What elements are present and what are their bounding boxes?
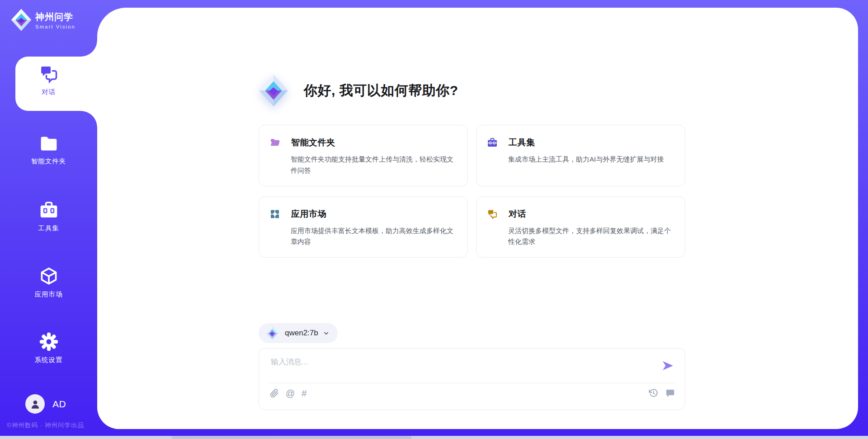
sidebar-item-smart-folder[interactable]: 智能文件夹 bbox=[0, 133, 97, 166]
active-tab-fillet-top bbox=[81, 40, 97, 57]
cube-icon bbox=[39, 266, 59, 286]
greeting-title: 你好, 我可以如何帮助你? bbox=[304, 81, 458, 100]
sidebar-item-label: 对话 bbox=[42, 88, 56, 96]
brand-name: 神州问学 bbox=[35, 11, 75, 23]
greeting: 你好, 我可以如何帮助你? bbox=[259, 74, 458, 107]
gear-icon bbox=[39, 332, 59, 352]
brand-diamond-icon bbox=[11, 8, 32, 32]
feature-cards: 智能文件夹 智能文件夹功能支持批量文件上传与清洗，轻松实现文件问答 工具集 集成… bbox=[259, 125, 685, 258]
card-description: 灵活切换多模型文件，支持多样回复效果调试，满足个性化需求 bbox=[508, 225, 674, 248]
toolbox-icon bbox=[39, 200, 59, 220]
user-profile[interactable]: AD bbox=[25, 394, 66, 414]
folder-icon bbox=[39, 133, 59, 153]
send-button[interactable] bbox=[661, 359, 674, 372]
card-title: 对话 bbox=[509, 208, 526, 220]
toolbox-icon bbox=[487, 137, 498, 148]
card-description: 应用市场提供丰富长文本模板，助力高效生成多样化文章内容 bbox=[291, 225, 457, 248]
card-toolset[interactable]: 工具集 集成市场上主流工具，助力AI与外界无缝扩展与对接 bbox=[476, 125, 685, 186]
card-title: 应用市场 bbox=[291, 208, 326, 220]
history-button[interactable] bbox=[649, 388, 658, 398]
card-smart-folder[interactable]: 智能文件夹 智能文件夹功能支持批量文件上传与清洗，轻松实现文件问答 bbox=[259, 125, 468, 186]
message-composer: @ # bbox=[259, 348, 685, 410]
open-folder-icon bbox=[269, 137, 280, 148]
hashtag-button[interactable]: # bbox=[302, 389, 307, 398]
card-title: 工具集 bbox=[509, 137, 535, 148]
message-input[interactable] bbox=[271, 357, 646, 378]
card-app-market[interactable]: 应用市场 应用市场提供丰富长文本模板，助力高效生成多样化文章内容 bbox=[259, 196, 468, 258]
history-icon bbox=[649, 388, 658, 398]
composer-divider bbox=[268, 383, 676, 383]
sidebar-item-chat[interactable]: 对话 bbox=[0, 64, 97, 96]
card-title: 智能文件夹 bbox=[291, 137, 335, 148]
mention-button[interactable]: @ bbox=[286, 389, 295, 398]
sidebar-item-app-market[interactable]: 应用市场 bbox=[0, 266, 97, 299]
model-diamond-icon bbox=[266, 326, 278, 340]
card-description: 集成市场上主流工具，助力AI与外界无缝扩展与对接 bbox=[508, 154, 674, 165]
chat-bubbles-icon bbox=[487, 209, 498, 220]
sidebar-item-label: 工具集 bbox=[38, 224, 59, 233]
chat-bubbles-icon bbox=[39, 64, 59, 84]
send-icon bbox=[661, 359, 674, 372]
attachment-icon bbox=[270, 388, 279, 398]
card-chat[interactable]: 对话 灵活切换多模型文件，支持多样回复效果调试，满足个性化需求 bbox=[476, 196, 685, 258]
conversation-button[interactable] bbox=[665, 388, 675, 398]
user-name: AD bbox=[52, 399, 66, 410]
attachment-button[interactable] bbox=[270, 388, 279, 398]
brand-subtitle: Smart Vision bbox=[35, 24, 75, 29]
brand-diamond-icon bbox=[259, 74, 288, 107]
copyright: ©神州数码 · 神州问学出品 bbox=[7, 421, 84, 429]
sidebar-item-settings[interactable]: 系统设置 bbox=[0, 332, 97, 364]
sidebar-item-label: 智能文件夹 bbox=[31, 157, 66, 166]
person-icon bbox=[29, 398, 41, 410]
model-name: qwen2:7b bbox=[285, 329, 318, 338]
model-selector[interactable]: qwen2:7b bbox=[259, 323, 338, 343]
mention-icon: @ bbox=[286, 389, 295, 398]
sidebar-item-label: 应用市场 bbox=[35, 290, 63, 299]
sidebar: 神州问学 Smart Vision 对话 智能文件夹 工具集 bbox=[0, 0, 97, 439]
horizontal-scrollbar[interactable] bbox=[0, 436, 868, 439]
hashtag-icon: # bbox=[302, 389, 307, 398]
chevron-down-icon bbox=[323, 330, 330, 337]
scrollbar-thumb[interactable] bbox=[172, 436, 411, 439]
avatar bbox=[25, 394, 45, 414]
main-content-panel: 你好, 我可以如何帮助你? 智能文件夹 智能文件夹功能支持批量文件上传与清洗，轻… bbox=[97, 8, 858, 429]
app-grid-icon bbox=[269, 209, 280, 220]
sidebar-item-label: 系统设置 bbox=[35, 356, 63, 364]
conversation-icon bbox=[665, 388, 675, 398]
brand: 神州问学 Smart Vision bbox=[11, 8, 75, 32]
center-column: 你好, 我可以如何帮助你? 智能文件夹 智能文件夹功能支持批量文件上传与清洗，轻… bbox=[259, 8, 685, 429]
active-tab-fillet-bottom bbox=[81, 111, 97, 127]
card-description: 智能文件夹功能支持批量文件上传与清洗，轻松实现文件问答 bbox=[291, 154, 457, 177]
sidebar-item-toolset[interactable]: 工具集 bbox=[0, 200, 97, 233]
